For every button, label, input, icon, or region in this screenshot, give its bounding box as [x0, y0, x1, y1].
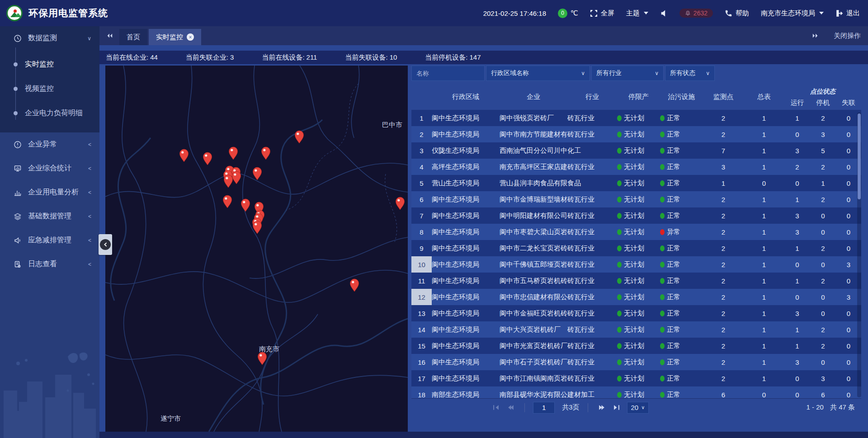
sidebar-item-企业异常[interactable]: 企业异常<: [0, 132, 99, 156]
help-button[interactable]: 帮助: [725, 9, 749, 18]
cell-run: 0: [784, 386, 810, 398]
cell-stop: 0: [810, 289, 836, 305]
map-pin-icon[interactable]: [224, 175, 233, 188]
page-number-input[interactable]: [533, 402, 555, 414]
map-pin-icon[interactable]: [229, 147, 238, 160]
row-index: 5: [411, 175, 432, 191]
last-page-button[interactable]: [612, 402, 623, 413]
cell-limit: 无计划: [617, 289, 660, 305]
name-search-input[interactable]: [411, 66, 485, 81]
table-row[interactable]: 17阆中生态环境局阆中市江南镇阆南页岩砖瓦行业无计划正常21030: [411, 370, 861, 386]
map-pin-icon[interactable]: [241, 199, 250, 212]
cell-industry: 砖瓦行业: [567, 321, 617, 338]
map-pin-icon[interactable]: [223, 195, 232, 208]
map-pin-icon[interactable]: [295, 131, 304, 143]
region-select[interactable]: 行政区域名称 ∨: [486, 66, 590, 81]
theme-dropdown[interactable]: 主题: [626, 9, 648, 18]
sound-button[interactable]: [660, 9, 668, 17]
status-label: 正常: [667, 146, 680, 155]
sidebar-item-基础数据管理[interactable]: 基础数据管理<: [0, 204, 99, 228]
tabs-scroll-right-button[interactable]: [806, 26, 826, 45]
first-page-button[interactable]: [490, 402, 501, 413]
table-row[interactable]: 3仪陇生态环境局西南油气田分公司川中化工无计划正常71350: [411, 142, 861, 159]
page-size-select[interactable]: 20 ∨: [627, 402, 649, 414]
stat-value: 147: [470, 53, 481, 61]
table-row[interactable]: 13阆中生态环境局阆中市金福旺页岩机砖砖瓦行业无计划正常21300: [411, 305, 861, 321]
map-pin-icon[interactable]: [350, 279, 359, 292]
tab-label: 实时监控: [156, 33, 183, 42]
cell-company: 阆中强锐页岩砖厂: [500, 110, 567, 126]
table-row[interactable]: 10阆中生态环境局阆中千佛镇五郎垭页岩砖瓦行业无计划正常21003: [411, 256, 861, 273]
row-index: 4: [411, 159, 432, 175]
table-row[interactable]: 6阆中生态环境局阆中市金博瑞新型墙材砖瓦行业无计划正常21120: [411, 191, 861, 207]
chevron-down-icon: [644, 12, 648, 14]
cell-stop: 2: [810, 110, 836, 126]
sidebar-item-实时监控[interactable]: 实时监控: [0, 52, 99, 76]
help-label: 帮助: [736, 9, 749, 18]
map-pin-icon[interactable]: [262, 147, 270, 160]
industry-select[interactable]: 所有行业 ∨: [591, 66, 664, 81]
log-icon: [14, 260, 22, 268]
map-pin-icon[interactable]: [258, 352, 267, 365]
temperature-badge: 0: [558, 9, 567, 18]
cell-region: 阆中生态环境局: [432, 305, 500, 321]
table-row[interactable]: 2阆中生态环境局阆中市南方节能建材有砖瓦行业无计划正常21030: [411, 126, 861, 142]
table-row[interactable]: 7阆中生态环境局阆中明阳建材有限公司砖瓦行业无计划正常21300: [411, 207, 861, 224]
sidebar-item-企业电力负荷明细[interactable]: 企业电力负荷明细: [0, 101, 99, 125]
map-panel[interactable]: 巴中市南充市遂宁市: [105, 66, 408, 432]
table-row[interactable]: 18南部生态环境局南部县砚华水泥有限公建材加工无计划正常60060: [411, 386, 861, 398]
sidebar-item-数据监测[interactable]: 数据监测∨: [0, 26, 99, 50]
scrollbar-thumb[interactable]: [858, 113, 861, 199]
cell-monitor: 2: [703, 289, 744, 305]
status-dot-green: [617, 197, 622, 203]
logout-button[interactable]: 退出: [835, 9, 860, 18]
table-row[interactable]: 16阆中生态环境局阆中市石子页岩机砖厂砖瓦行业无计划正常21300: [411, 354, 861, 370]
total-pages-label: 共3页: [562, 403, 579, 412]
table-row[interactable]: 1阆中生态环境局阆中强锐页岩砖厂砖瓦行业无计划正常21120: [411, 110, 861, 126]
table-row[interactable]: 4高坪生态环境局南充市高坪区王家店建砖瓦行业无计划正常31220: [411, 159, 861, 175]
status-dot-green: [660, 262, 665, 268]
enterprise-table: 行政区域企业行业停限产治污设施监测点总表点位状态运行停机失联 1阆中生态环境局阆…: [411, 84, 861, 398]
status-label: 正常: [667, 374, 680, 383]
table-row[interactable]: 9阆中生态环境局阆中市二龙长宝页岩砖砖瓦行业无计划正常21120: [411, 240, 861, 256]
status-label: 无计划: [624, 260, 644, 269]
status-label: 正常: [667, 391, 680, 399]
tab-home[interactable]: 首页: [119, 29, 147, 45]
table-row[interactable]: 5营山生态环境局营山县润丰肉食品有限食品无计划正常10010: [411, 175, 861, 191]
cell-region: 阆中生态环境局: [432, 354, 500, 370]
tabs-scroll-left-button[interactable]: [99, 26, 119, 45]
map-collapse-button[interactable]: [99, 234, 112, 255]
map-pin-icon[interactable]: [203, 152, 212, 165]
prev-page-button[interactable]: [505, 402, 516, 413]
sidebar-item-视频监控[interactable]: 视频监控: [0, 76, 99, 101]
org-dropdown[interactable]: 南充市生态环境局: [761, 9, 824, 18]
row-index: 1: [411, 110, 432, 126]
status-label: 异常: [667, 228, 680, 236]
tab-label: 首页: [127, 33, 140, 42]
status-select[interactable]: 所有状态 ∨: [665, 66, 715, 81]
notifications-button[interactable]: 2632: [679, 9, 713, 18]
cell-limit: 无计划: [617, 224, 660, 240]
sidebar-item-企业综合统计[interactable]: 企业综合统计<: [0, 156, 99, 180]
sidebar-item-企业用电量分析[interactable]: 企业用电量分析<: [0, 180, 99, 204]
table-row[interactable]: 15阆中生态环境局阆中市光富页岩机砖厂砖瓦行业无计划正常21120: [411, 338, 861, 354]
tab-realtime[interactable]: 实时监控×: [149, 29, 201, 45]
tab-close-icon[interactable]: ×: [187, 33, 194, 41]
table-row[interactable]: 12阆中生态环境局阆中市忠信建材有限公砖瓦行业无计划正常21003: [411, 289, 861, 305]
cell-limit: 无计划: [617, 159, 660, 175]
sidebar-item-应急减排管理[interactable]: 应急减排管理<: [0, 228, 99, 252]
map-pin-icon[interactable]: [253, 167, 262, 180]
next-page-button[interactable]: [596, 402, 607, 413]
map-pin-icon[interactable]: [396, 197, 405, 210]
cell-monitor: 2: [703, 273, 744, 289]
sidebar-item-日志查看[interactable]: 日志查看<: [0, 252, 99, 276]
table-row[interactable]: 14阆中生态环境局阆中大兴页岩机砖厂砖瓦行业无计划正常21120: [411, 321, 861, 338]
map-pin-icon[interactable]: [180, 149, 189, 162]
fullscreen-button[interactable]: 全屏: [590, 9, 614, 18]
map-pin-icon[interactable]: [232, 171, 241, 184]
status-dot-green: [617, 262, 622, 268]
close-operations-button[interactable]: 关闭操作: [834, 32, 861, 40]
cell-stop: 2: [810, 159, 836, 175]
table-row[interactable]: 11阆中生态环境局阆中市五马桥页岩机砖砖瓦行业无计划正常21120: [411, 273, 861, 289]
table-row[interactable]: 8阆中生态环境局阆中市枣碧大梁山页岩砖瓦行业无计划异常21300: [411, 224, 861, 240]
